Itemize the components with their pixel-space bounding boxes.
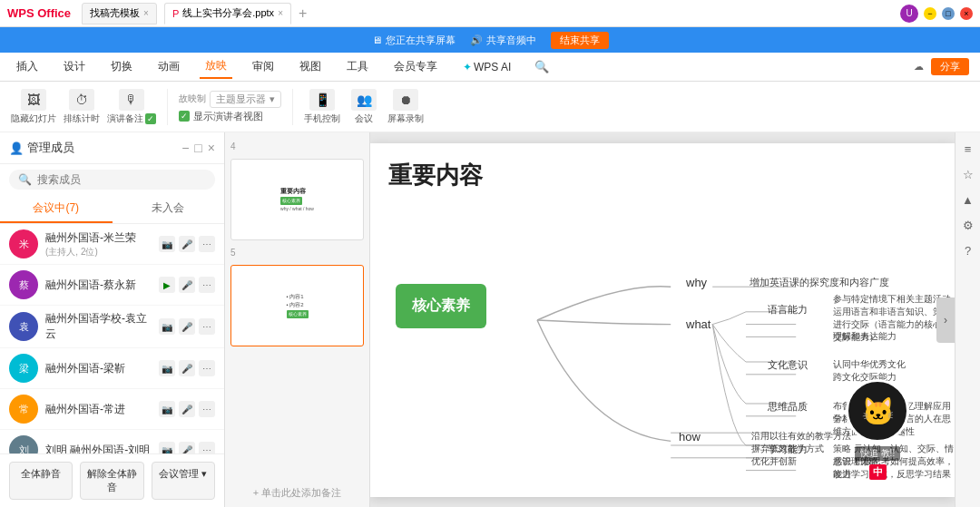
- minimize-panel-btn[interactable]: −: [181, 141, 189, 155]
- mic-btn[interactable]: 🎤: [179, 318, 195, 335]
- mic-btn[interactable]: 🎤: [179, 277, 195, 293]
- restore-panel-btn[interactable]: □: [194, 141, 201, 155]
- mic-btn[interactable]: 🎤: [179, 401, 195, 417]
- how-item3: 优化并创新: [751, 455, 797, 468]
- list-item: 蔡 融州外国语-蔡永新 ▶ 🎤 ⋯: [0, 265, 224, 306]
- cam-btn[interactable]: 📷: [159, 236, 175, 252]
- mic-btn[interactable]: 🎤: [179, 360, 195, 376]
- presenter-checkbox[interactable]: ✓: [179, 111, 190, 122]
- slide-panel: 4 重要内容 核心素养 why / what / how 5 • 内容1 • 内…: [225, 132, 370, 507]
- ribbon-vip[interactable]: 会员专享: [388, 55, 443, 78]
- content-area: 重要内容 核心素养 why 增加英语课的探究度和内容广度 what 语言能力 参…: [370, 132, 955, 507]
- meeting-manage-btn[interactable]: 会议管理 ▾: [152, 462, 215, 500]
- cloud-btn[interactable]: ☁: [914, 61, 924, 73]
- ribbon-design[interactable]: 设计: [58, 55, 91, 78]
- avatar-label: 快追 教!!: [855, 446, 900, 461]
- right-bar-star-btn[interactable]: ☆: [959, 165, 977, 183]
- playback-section: 故映制 主题显示器 ▾: [179, 91, 281, 108]
- panel-header: 👤 管理成员 − □ ×: [0, 132, 224, 164]
- end-share-btn[interactable]: 结束共享: [551, 32, 609, 49]
- slide-num-5: 5: [230, 246, 364, 259]
- ribbon-review[interactable]: 审阅: [247, 55, 279, 78]
- hide-slides-btn[interactable]: 🖼 隐藏幻灯片: [11, 89, 56, 125]
- ribbon-insert[interactable]: 插入: [11, 55, 44, 78]
- list-item: 袁 融州外国语学校-袁立云 📷 🎤 ⋯: [0, 306, 224, 348]
- tab-template[interactable]: 找稿壳模板 ×: [82, 3, 157, 24]
- what-label: what: [686, 317, 710, 331]
- toolbar-divider-2: [292, 89, 293, 125]
- mic-btn[interactable]: 🎤: [179, 442, 195, 453]
- avatar: 常: [9, 395, 38, 424]
- add-tab-btn[interactable]: +: [299, 5, 307, 22]
- cam-btn[interactable]: 📷: [159, 318, 175, 335]
- share-btn[interactable]: 分享: [931, 58, 969, 75]
- member-info: 融州外国语学校-袁立云: [45, 311, 152, 342]
- more-btn[interactable]: ⋯: [199, 442, 215, 453]
- ribbon-wpsai[interactable]: ✦ WPS AI: [457, 57, 516, 77]
- ribbon-view[interactable]: 视图: [294, 55, 327, 78]
- siwei-label: 思维品质: [768, 400, 808, 414]
- member-panel: 👤 管理成员 − □ × 🔍 会议中(7) 未入会 米 融州外: [0, 132, 225, 507]
- tab-template-close[interactable]: ×: [143, 8, 149, 18]
- mute-all-btn[interactable]: 全体静音: [9, 462, 73, 500]
- more-btn[interactable]: ⋯: [199, 277, 215, 293]
- right-bar: ≡ ☆ ▲ ⚙ ?: [955, 132, 980, 507]
- record-icon: 🎙: [119, 89, 144, 111]
- cam-btn[interactable]: 📷: [159, 401, 175, 417]
- close-btn[interactable]: ×: [960, 7, 973, 20]
- ribbon-playback[interactable]: 放映: [200, 54, 232, 79]
- right-bar-help-btn[interactable]: ?: [959, 241, 977, 259]
- member-info: 融州外国语-梁靳: [45, 361, 152, 376]
- rehearse-icon: ⏱: [69, 89, 94, 111]
- right-bar-up-btn[interactable]: ▲: [959, 190, 977, 209]
- avatar: 刘: [9, 435, 38, 453]
- cam-btn[interactable]: 📷: [159, 360, 175, 376]
- search-wrapper: 🔍: [9, 170, 215, 190]
- member-icon: 👤: [9, 141, 24, 155]
- right-bar-gear-btn[interactable]: ⚙: [959, 216, 977, 234]
- how-item2: 摒弃低效教学方式: [751, 443, 824, 455]
- mic-btn[interactable]: 🎤: [179, 236, 195, 252]
- panel-search: 🔍: [0, 164, 224, 195]
- ribbon-transition[interactable]: 切换: [105, 55, 138, 78]
- tab-pptx[interactable]: P 线上实书分享会.pptx ×: [164, 3, 291, 24]
- meeting-btn[interactable]: 👥 会议: [351, 89, 377, 125]
- search-input[interactable]: [37, 173, 206, 186]
- cam-btn[interactable]: ▶: [159, 277, 175, 293]
- member-actions: 📷 🎤 ⋯: [159, 236, 215, 252]
- screen-record-btn[interactable]: ⏺ 屏幕录制: [387, 89, 424, 125]
- cam-btn[interactable]: 📷: [159, 442, 175, 453]
- member-info: 融州外国语-蔡永新: [45, 278, 152, 293]
- slide-thumb-4[interactable]: 重要内容 核心素养 why / what / how: [230, 159, 364, 240]
- member-actions: 📷 🎤 ⋯: [159, 360, 215, 376]
- ribbon-tools[interactable]: 工具: [341, 55, 374, 78]
- record-checkbox[interactable]: ✓: [145, 113, 156, 124]
- more-btn[interactable]: ⋯: [199, 360, 215, 376]
- member-name: 刘明 融州外国语-刘明: [45, 443, 152, 454]
- close-panel-btn[interactable]: ×: [208, 141, 215, 155]
- ribbon-animation[interactable]: 动画: [152, 55, 185, 78]
- add-slide-btn[interactable]: + 单击此处添加备注: [230, 486, 364, 500]
- panel-header-actions: − □ ×: [181, 141, 215, 155]
- record-btn[interactable]: 🎙 演讲备注 ✓: [107, 89, 156, 125]
- tab-in-meeting[interactable]: 会议中(7): [0, 195, 113, 223]
- expand-panel-btn[interactable]: ›: [936, 297, 955, 343]
- rehearse-btn[interactable]: ⏱ 排练计时: [64, 89, 100, 125]
- top-bar: WPS Office 找稿壳模板 × P 线上实书分享会.pptx × + U …: [0, 0, 980, 27]
- search-icon[interactable]: 🔍: [534, 60, 549, 73]
- more-btn[interactable]: ⋯: [199, 236, 215, 252]
- more-btn[interactable]: ⋯: [199, 401, 215, 417]
- more-btn[interactable]: ⋯: [199, 318, 215, 335]
- phone-control-btn[interactable]: 📱 手机控制: [304, 89, 340, 125]
- restore-btn[interactable]: □: [942, 7, 955, 20]
- member-actions: 📷 🎤 ⋯: [159, 442, 215, 453]
- right-bar-menu-btn[interactable]: ≡: [959, 140, 977, 158]
- unmute-all-btn[interactable]: 解除全体静音: [80, 462, 143, 500]
- theme-dropdown[interactable]: 主题显示器 ▾: [210, 91, 281, 108]
- slide-thumb-5[interactable]: • 内容1 • 内容2 核心素养: [230, 265, 364, 346]
- minimize-btn[interactable]: −: [924, 7, 936, 20]
- tab-not-joined[interactable]: 未入会: [113, 195, 225, 223]
- tab-pptx-close[interactable]: ×: [278, 8, 283, 18]
- how-item1: 沿用以往有效的教学方法: [751, 430, 851, 443]
- member-name: 融州外国语-蔡永新: [45, 278, 152, 293]
